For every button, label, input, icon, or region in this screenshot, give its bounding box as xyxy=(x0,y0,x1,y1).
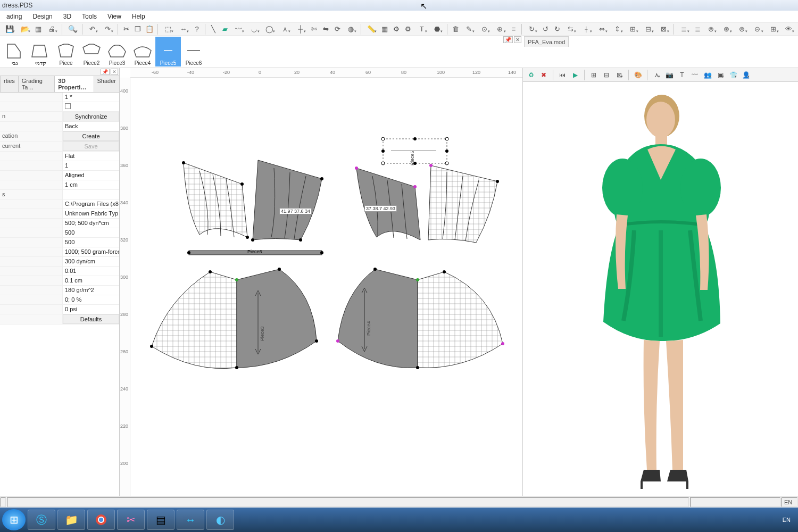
taskbar-app-notes[interactable]: ▤ xyxy=(147,510,174,530)
property-row[interactable]: C:\Program Files (x8 xyxy=(0,200,119,209)
box-icon[interactable]: ▣ xyxy=(715,70,726,80)
start-button[interactable]: ⊞ xyxy=(2,509,26,530)
view2-icon[interactable]: ⊟ xyxy=(601,70,612,80)
curve-icon[interactable]: 〰 xyxy=(231,23,246,35)
xls-icon[interactable]: ▦ xyxy=(33,23,44,35)
paste-icon[interactable]: 📋 xyxy=(144,23,155,35)
dist-icon[interactable]: ⇔ xyxy=(595,23,609,35)
copy-icon[interactable]: ❐ xyxy=(132,23,143,35)
curve3d-icon[interactable]: 〰 xyxy=(689,70,700,80)
eye-icon[interactable]: 👁 xyxy=(782,23,796,35)
property-row[interactable]: 300 dyn/cm xyxy=(0,257,119,267)
rotate-icon[interactable]: ⟳ xyxy=(332,23,343,35)
pattern-canvas[interactable]: -60-40-20020406080100120140 400380360340… xyxy=(120,68,522,496)
palette-icon[interactable]: 🎨 xyxy=(633,70,643,80)
panel-tab[interactable]: Shader xyxy=(94,76,120,92)
line-icon[interactable]: ╲ xyxy=(208,23,219,35)
panel-tab[interactable]: Grading Ta… xyxy=(18,76,55,92)
view3-icon[interactable]: ⊠ xyxy=(614,70,625,80)
person-icon[interactable]: 👤 xyxy=(741,70,751,80)
property-row[interactable]: 0 psi xyxy=(0,305,119,314)
property-row[interactable] xyxy=(0,102,119,112)
stop-icon[interactable]: ✖ xyxy=(538,70,549,80)
property-row[interactable]: cationCreate xyxy=(0,131,119,142)
piece-tab-piece5[interactable]: Piece5 xyxy=(155,37,181,66)
property-row[interactable]: 0.01 xyxy=(0,267,119,276)
grade3-icon[interactable]: ⊚ xyxy=(704,23,718,35)
property-row[interactable]: Back xyxy=(0,122,119,131)
cut-icon[interactable]: ✂ xyxy=(121,23,131,35)
scissors-icon[interactable]: ✄ xyxy=(309,23,319,35)
txt-icon[interactable]: T xyxy=(677,70,687,80)
globe-icon[interactable]: ◍ xyxy=(344,23,358,35)
3d-viewport[interactable] xyxy=(523,82,798,496)
taskbar-lang[interactable]: EN xyxy=(777,517,796,523)
walk3-icon[interactable]: ⊠ xyxy=(656,23,671,35)
taskbar-app-chrome[interactable] xyxy=(87,510,115,530)
grade5-icon[interactable]: ⊜ xyxy=(735,23,749,35)
pattern-piece-1[interactable]: 41.97 37.6 34 xyxy=(178,157,332,250)
property-row[interactable]: s xyxy=(0,190,119,200)
circle-icon[interactable]: ◯ xyxy=(262,23,277,35)
property-row[interactable]: Unknown Fabric Typ xyxy=(0,209,119,219)
property-row[interactable]: Aligned xyxy=(0,171,119,180)
align-icon[interactable]: ≡ xyxy=(509,23,519,35)
grade-icon[interactable]: ≣ xyxy=(677,23,691,35)
notch-icon[interactable]: ⋏ xyxy=(278,23,292,35)
property-row[interactable]: nSynchronize xyxy=(0,112,119,122)
walk-icon[interactable]: ⊞ xyxy=(626,23,640,35)
mirror-icon[interactable]: ⇋ xyxy=(320,23,331,35)
redo-icon[interactable]: ↷ xyxy=(101,23,115,35)
snap2-icon[interactable]: ⊕ xyxy=(493,23,507,35)
snap-icon[interactable]: ⊙ xyxy=(477,23,492,35)
menu-tools[interactable]: Tools xyxy=(77,11,102,22)
rot2-icon[interactable]: ↻ xyxy=(552,23,562,35)
3d-document-tab[interactable]: PFA_Eva.mod xyxy=(524,36,569,47)
property-row[interactable]: 180 gr/m^2 xyxy=(0,286,119,295)
piece-tab-piece4[interactable]: Piece4 xyxy=(130,37,155,66)
fill-icon[interactable]: ✎ xyxy=(462,23,476,35)
piece-tab-piece2[interactable]: Piece2 xyxy=(79,37,104,66)
piece-tab-piece6[interactable]: Piece6 xyxy=(181,37,206,66)
help-icon[interactable]: ? xyxy=(192,23,202,35)
pin-icon[interactable]: 📌 xyxy=(101,69,110,75)
trash-icon[interactable]: 🗑 xyxy=(450,23,461,35)
grade4-icon[interactable]: ⊛ xyxy=(719,23,734,35)
property-row[interactable]: 1 * xyxy=(0,93,119,102)
text-icon[interactable]: T xyxy=(414,23,429,35)
property-row[interactable]: 0; 0 % xyxy=(0,295,119,305)
property-row[interactable]: 0.1 cm xyxy=(0,276,119,286)
open-icon[interactable]: 📂 xyxy=(18,23,32,35)
piece-tab-piece3[interactable]: Piece3 xyxy=(104,37,130,66)
select-icon[interactable]: ⬚ xyxy=(161,23,175,35)
label-icon[interactable]: ⬣ xyxy=(430,23,444,35)
arc-icon[interactable]: ◡ xyxy=(247,23,261,35)
panel-tab[interactable]: 3D Properti… xyxy=(54,76,94,92)
flip-icon[interactable]: ⇆ xyxy=(563,23,578,35)
property-row[interactable]: 1000; 500 gram-force xyxy=(0,247,119,257)
piece-tab-pA[interactable]: גבי xyxy=(2,37,28,66)
menu-grading[interactable]: ading xyxy=(1,11,27,22)
menu-3d[interactable]: 3D xyxy=(58,11,77,22)
property-row[interactable]: 1 cm xyxy=(0,180,119,190)
people-icon[interactable]: 👥 xyxy=(702,70,713,80)
rect-icon[interactable]: ▰ xyxy=(220,23,230,35)
property-row[interactable]: 500; 500 dyn*cm xyxy=(0,219,119,228)
pattern-piece-3[interactable]: Piece3 xyxy=(146,261,322,380)
arrow-icon[interactable]: ↔ xyxy=(176,23,190,35)
menu-design[interactable]: Design xyxy=(27,11,57,22)
dock-pin-icon[interactable]: 📌 xyxy=(503,36,513,43)
piece-tab-piece[interactable]: Piece xyxy=(53,37,79,66)
close-icon[interactable]: ✕ xyxy=(111,69,118,75)
save-icon[interactable]: 💾 xyxy=(2,23,16,35)
pattern-piece-6[interactable]: Piece6 xyxy=(189,248,322,261)
taskbar-app-teamviewer[interactable]: ↔ xyxy=(177,510,204,530)
property-row[interactable]: currentSave xyxy=(0,142,119,152)
taskbar-app-skype[interactable]: Ⓢ xyxy=(28,510,55,530)
grade7-icon[interactable]: ⊞ xyxy=(766,23,780,35)
chart2-icon[interactable]: ⚙ xyxy=(403,23,413,35)
panel-tab[interactable]: rties xyxy=(0,76,19,92)
avatar-icon[interactable]: ⋏ xyxy=(651,70,662,80)
menu-help[interactable]: Help xyxy=(127,11,151,22)
undo-icon[interactable]: ↶ xyxy=(85,23,99,35)
